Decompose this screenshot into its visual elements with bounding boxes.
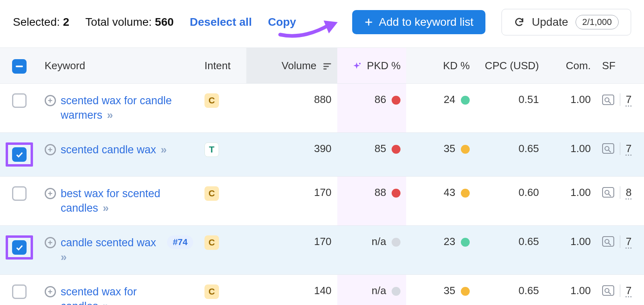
highlight-box bbox=[6, 235, 33, 260]
difficulty-dot-icon bbox=[461, 145, 470, 154]
sf-count[interactable]: 7 bbox=[620, 142, 632, 155]
selected-meta: Selected: 2 bbox=[13, 16, 69, 29]
expand-icon[interactable]: + bbox=[45, 144, 56, 155]
table-row: +scented wax for candles »C140n/a350.651… bbox=[0, 274, 644, 305]
volume-cell: 140 bbox=[246, 274, 337, 305]
table-row: +best wax for scented candles »C17088430… bbox=[0, 176, 644, 225]
difficulty-dot-icon bbox=[392, 96, 400, 105]
chevron-right-icon: » bbox=[158, 144, 167, 156]
volume-label: Total volume: bbox=[85, 16, 152, 28]
difficulty-dot-icon bbox=[392, 189, 400, 198]
serp-preview-icon[interactable] bbox=[602, 187, 614, 198]
difficulty-dot-icon bbox=[392, 145, 400, 154]
col-checkbox[interactable] bbox=[0, 48, 39, 84]
refresh-icon bbox=[514, 17, 524, 27]
plus-icon bbox=[364, 18, 373, 27]
sf-count[interactable]: 8 bbox=[620, 186, 632, 199]
col-volume-label: Volume bbox=[282, 60, 317, 72]
difficulty-dot-icon bbox=[392, 287, 400, 296]
chevron-right-icon: » bbox=[61, 251, 67, 263]
select-all-checkbox[interactable] bbox=[12, 59, 27, 74]
svg-point-0 bbox=[359, 63, 361, 64]
row-checkbox[interactable] bbox=[12, 147, 27, 162]
row-checkbox[interactable] bbox=[12, 93, 27, 108]
keyword-link[interactable]: scented wax for candle warmers » bbox=[61, 93, 173, 123]
serp-preview-icon[interactable] bbox=[602, 236, 614, 247]
sort-desc-icon bbox=[323, 62, 332, 70]
kd-cell: 35 bbox=[406, 274, 475, 305]
table-row: +candle scented wax »#74C170n/a230.651.0… bbox=[0, 225, 644, 274]
difficulty-dot-icon bbox=[461, 96, 470, 105]
row-checkbox[interactable] bbox=[12, 186, 27, 201]
com-cell: 1.00 bbox=[545, 225, 597, 274]
row-checkbox[interactable] bbox=[12, 240, 27, 255]
col-volume[interactable]: Volume bbox=[246, 48, 337, 84]
pkd-cell: 86 bbox=[337, 84, 407, 133]
pkd-cell: n/a bbox=[337, 274, 407, 305]
com-cell: 1.00 bbox=[545, 84, 597, 133]
volume-value: 560 bbox=[155, 16, 174, 28]
serp-preview-icon[interactable] bbox=[602, 143, 614, 154]
col-intent[interactable]: Intent bbox=[199, 48, 246, 84]
com-cell: 1.00 bbox=[545, 176, 597, 225]
volume-cell: 390 bbox=[246, 132, 337, 176]
difficulty-dot-icon bbox=[461, 287, 470, 296]
col-cpc[interactable]: CPC (USD) bbox=[475, 48, 545, 84]
kd-cell: 23 bbox=[406, 225, 475, 274]
add-to-keyword-list-label: Add to keyword list bbox=[379, 16, 473, 29]
intent-badge: C bbox=[204, 235, 219, 250]
col-sf[interactable]: SF bbox=[597, 48, 644, 84]
volume-meta: Total volume: 560 bbox=[85, 16, 173, 29]
volume-cell: 170 bbox=[246, 176, 337, 225]
expand-icon[interactable]: + bbox=[45, 95, 56, 106]
update-label: Update bbox=[532, 16, 568, 29]
update-button[interactable]: Update 2/1,000 bbox=[502, 9, 631, 35]
selected-count: 2 bbox=[63, 16, 70, 28]
serp-preview-icon[interactable] bbox=[602, 285, 614, 296]
cpc-cell: 0.65 bbox=[475, 132, 545, 176]
intent-badge: T bbox=[204, 142, 219, 157]
intent-badge: C bbox=[204, 93, 219, 108]
cpc-cell: 0.60 bbox=[475, 176, 545, 225]
update-count-pill: 2/1,000 bbox=[576, 15, 619, 29]
pkd-cell: 88 bbox=[337, 176, 407, 225]
chevron-right-icon: » bbox=[104, 109, 113, 121]
col-kd[interactable]: KD % bbox=[406, 48, 475, 84]
keyword-link[interactable]: scented candle wax » bbox=[61, 142, 167, 157]
sparkle-icon bbox=[352, 62, 361, 71]
com-cell: 1.00 bbox=[545, 274, 597, 305]
rank-pill: #74 bbox=[167, 235, 193, 249]
selected-label: Selected: bbox=[13, 16, 60, 28]
row-checkbox[interactable] bbox=[12, 284, 27, 299]
serp-preview-icon[interactable] bbox=[602, 95, 614, 105]
expand-icon[interactable]: + bbox=[45, 286, 56, 297]
pkd-cell: n/a bbox=[337, 225, 407, 274]
add-to-keyword-list-button[interactable]: Add to keyword list bbox=[352, 10, 485, 34]
cpc-cell: 0.51 bbox=[475, 84, 545, 133]
difficulty-dot-icon bbox=[461, 238, 470, 247]
expand-icon[interactable]: + bbox=[45, 188, 56, 199]
callout-arrow-icon bbox=[278, 16, 339, 41]
keyword-link[interactable]: best wax for scented candles » bbox=[61, 186, 173, 216]
deselect-all-link[interactable]: Deselect all bbox=[190, 16, 252, 29]
expand-icon[interactable]: + bbox=[45, 237, 56, 248]
kd-cell: 24 bbox=[406, 84, 475, 133]
keyword-link[interactable]: scented wax for candles » bbox=[61, 284, 173, 305]
intent-badge: C bbox=[204, 186, 219, 201]
kd-cell: 35 bbox=[406, 132, 475, 176]
keyword-table: Keyword Intent Volume PKD % KD % CPC (US… bbox=[0, 47, 644, 305]
col-pkd-label: PKD % bbox=[367, 60, 401, 72]
col-pkd[interactable]: PKD % bbox=[337, 48, 407, 84]
pkd-cell: 85 bbox=[337, 132, 407, 176]
col-keyword[interactable]: Keyword bbox=[39, 48, 199, 84]
volume-cell: 170 bbox=[246, 225, 337, 274]
keyword-link[interactable]: candle scented wax » bbox=[61, 235, 160, 265]
sf-count[interactable]: 7 bbox=[620, 93, 632, 106]
sf-count[interactable]: 7 bbox=[620, 235, 632, 248]
table-row: +scented candle wax »T39085350.651.007 bbox=[0, 132, 644, 176]
cpc-cell: 0.65 bbox=[475, 274, 545, 305]
intent-badge: C bbox=[204, 284, 219, 299]
sf-count[interactable]: 7 bbox=[620, 284, 632, 297]
col-com[interactable]: Com. bbox=[545, 48, 597, 84]
toolbar: Selected: 2 Total volume: 560 Deselect a… bbox=[0, 0, 644, 47]
